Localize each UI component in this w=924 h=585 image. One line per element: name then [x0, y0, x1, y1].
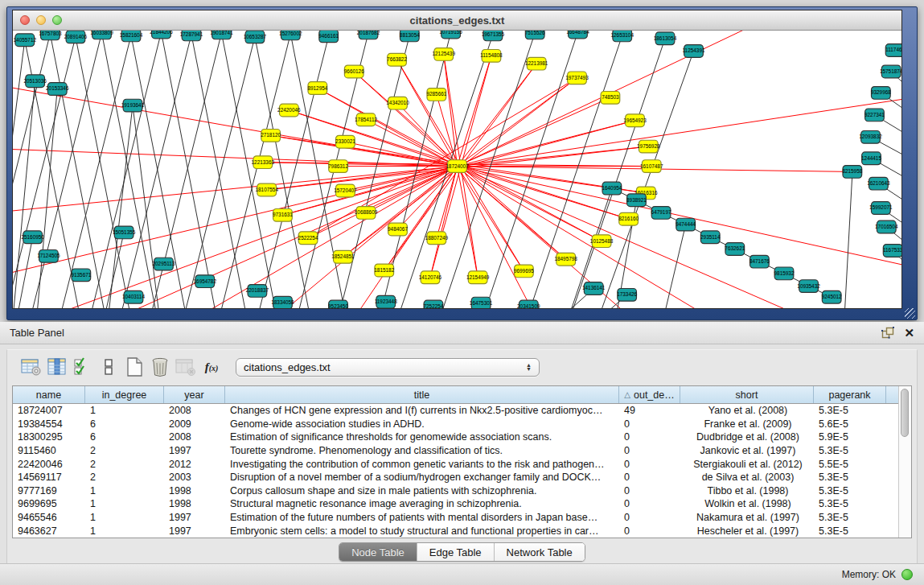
- graph-node[interactable]: 18807249: [425, 232, 449, 245]
- graph-node[interactable]: 16954782: [194, 275, 217, 288]
- create-column-button[interactable]: [121, 355, 147, 379]
- graph-node[interactable]: 8912954: [307, 82, 327, 95]
- graph-node[interactable]: 20295113: [152, 257, 175, 270]
- tab-network-table[interactable]: Network Table: [495, 543, 585, 561]
- graph-node[interactable]: 19018741: [210, 31, 233, 39]
- graph-node[interactable]: 15051355: [113, 226, 136, 239]
- delete-columns-button[interactable]: [147, 355, 173, 379]
- float-panel-icon[interactable]: [881, 327, 894, 339]
- select-columns-button[interactable]: [70, 355, 96, 379]
- table-row[interactable]: 1938455462009Genome-wide association stu…: [13, 418, 911, 431]
- scrollbar-thumb[interactable]: [901, 389, 909, 437]
- graph-node[interactable]: 18613054: [654, 32, 677, 45]
- window-titlebar[interactable]: citations_edges.txt: [13, 10, 901, 31]
- graph-node[interactable]: 12653104: [610, 31, 634, 42]
- graph-node[interactable]: 10935432: [797, 280, 820, 293]
- graph-node[interactable]: 10653287: [244, 31, 267, 43]
- graph-node[interactable]: 2935114: [700, 231, 721, 244]
- column-header-pagerank[interactable]: pagerank: [814, 386, 886, 403]
- graph-node[interactable]: 9660126: [344, 65, 364, 78]
- zoom-window-button[interactable]: [52, 15, 62, 25]
- tab-edge-table[interactable]: Edge Table: [417, 543, 495, 561]
- graph-node[interactable]: 15992071: [869, 202, 893, 215]
- minimize-window-button[interactable]: [36, 15, 46, 25]
- graph-node[interactable]: 9523450: [328, 300, 348, 308]
- graph-node[interactable]: 18724007: [446, 160, 469, 173]
- graph-node[interactable]: 9699695: [514, 265, 534, 278]
- graph-node[interactable]: 15751874: [880, 65, 901, 78]
- graph-node[interactable]: 17287941: [180, 31, 203, 41]
- graph-node[interactable]: 14055712: [14, 34, 37, 47]
- table-row[interactable]: 946554611997Estimation of the future num…: [13, 511, 911, 525]
- graph-node[interactable]: 12213981: [525, 57, 548, 70]
- table-row[interactable]: 2242004622012Investigating the contribut…: [13, 457, 911, 471]
- graph-node[interactable]: 1733426: [617, 288, 637, 301]
- table-vertical-scrollbar[interactable]: [898, 386, 911, 538]
- graph-node[interactable]: 16757803: [39, 31, 62, 40]
- graph-node[interactable]: 9135671: [71, 269, 91, 282]
- graph-node[interactable]: 17016504: [875, 220, 898, 233]
- graph-node[interactable]: 20513036: [23, 75, 47, 88]
- column-header-out_de[interactable]: △out_de…: [619, 386, 680, 403]
- graph-node[interactable]: 7663822: [387, 53, 407, 66]
- tab-node-table[interactable]: Node Table: [339, 543, 417, 561]
- graph-node[interactable]: 9329968: [871, 87, 891, 100]
- graph-node[interactable]: 20891406: [64, 31, 88, 43]
- graph-node[interactable]: 9815932: [774, 267, 795, 280]
- graph-node[interactable]: 2522254: [298, 232, 318, 245]
- graph-node[interactable]: 1117462: [885, 44, 901, 57]
- graph-node[interactable]: 8938921: [626, 194, 647, 207]
- column-header-in_degree[interactable]: in_degree: [85, 386, 164, 403]
- graph-node[interactable]: 15720407: [334, 184, 357, 197]
- graph-node[interactable]: 12125439: [432, 48, 455, 61]
- graph-node[interactable]: 7632621: [725, 243, 745, 256]
- graph-node[interactable]: 18524851: [331, 250, 355, 263]
- graph-node[interactable]: 22420046: [277, 104, 301, 117]
- graph-node[interactable]: 1815182: [374, 264, 394, 277]
- close-window-button[interactable]: [20, 15, 30, 25]
- close-panel-icon[interactable]: ✕: [904, 327, 914, 339]
- graph-node[interactable]: 12213363: [252, 156, 275, 169]
- graph-node[interactable]: 2330021: [335, 135, 355, 148]
- graph-node[interactable]: 9731631: [273, 209, 293, 222]
- graph-node[interactable]: 25160950: [21, 231, 44, 244]
- graph-node[interactable]: 9285661: [426, 89, 446, 101]
- network-canvas[interactable]: 1872400716107487160163168216160101254881…: [13, 31, 901, 308]
- graph-node[interactable]: 18107554: [255, 183, 278, 196]
- table-row[interactable]: 969969511998Structural magnetic resonanc…: [13, 497, 911, 511]
- graph-node[interactable]: 11154808: [480, 50, 503, 63]
- table-row[interactable]: 911546021997Tourette syndrome. Phenomeno…: [13, 444, 911, 458]
- graph-node[interactable]: 8813054: [400, 31, 420, 42]
- delete-table-button[interactable]: [173, 355, 199, 379]
- graph-node[interactable]: 16475301: [470, 297, 493, 308]
- graph-node[interactable]: 8471676: [749, 255, 770, 268]
- table-row[interactable]: 977716911998Corpus callosum shape and si…: [13, 484, 911, 498]
- graph-node[interactable]: 16107487: [640, 160, 663, 173]
- table-row[interactable]: 946362711997Embryonic stem cells: a mode…: [13, 524, 911, 538]
- graph-node[interactable]: 20341509: [517, 300, 540, 308]
- graph-node[interactable]: 9484067: [388, 223, 408, 236]
- graph-node[interactable]: 9245012: [822, 290, 842, 303]
- table-row[interactable]: 1456911722003Disruption of a novel membe…: [13, 471, 911, 484]
- graph-node[interactable]: 1244415: [861, 152, 881, 165]
- graph-node[interactable]: 17854112: [355, 113, 377, 126]
- graph-node[interactable]: 9474444: [676, 218, 696, 231]
- column-header-title[interactable]: title: [225, 386, 619, 403]
- graph-node[interactable]: 9466161: [318, 31, 339, 43]
- graph-node[interactable]: 7515526: [525, 31, 545, 39]
- graph-node[interactable]: 14136141: [582, 282, 606, 295]
- graph-node[interactable]: 20187682: [357, 31, 380, 39]
- graph-node[interactable]: 6479197: [651, 207, 671, 220]
- graph-node[interactable]: 19654923: [623, 114, 647, 127]
- graph-node[interactable]: 10403114: [122, 290, 145, 303]
- graph-node[interactable]: 1640954: [602, 182, 622, 195]
- table-settings-button[interactable]: [18, 355, 44, 379]
- graph-node[interactable]: 19671355: [482, 31, 505, 41]
- function-builder-button[interactable]: f(x): [199, 355, 224, 379]
- graph-node[interactable]: 20153346: [46, 83, 69, 96]
- graph-node[interactable]: 8216160: [618, 212, 639, 225]
- graph-node[interactable]: 18495798: [554, 253, 577, 266]
- graph-node[interactable]: 748503: [601, 91, 620, 104]
- graph-node[interactable]: 16648784: [566, 31, 589, 39]
- graph-node[interactable]: 18334058: [271, 296, 294, 308]
